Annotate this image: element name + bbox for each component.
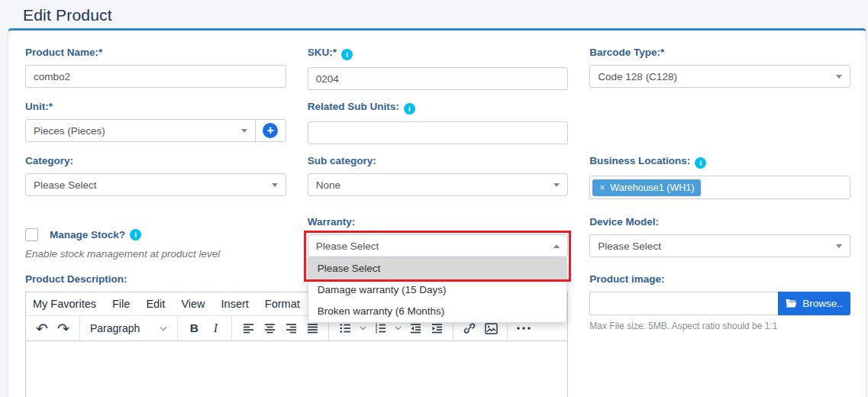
info-icon[interactable]: i [404,103,415,115]
sku-input[interactable] [308,67,569,90]
barcode-type-select[interactable]: Code 128 (C128) [589,65,850,88]
chevron-down-icon [272,183,278,187]
add-unit-button[interactable]: + [255,120,286,141]
editor-content-area[interactable] [26,341,567,397]
menu-format[interactable]: Format [265,298,300,310]
chevron-down-icon [836,75,842,79]
warranty-dropdown-menu: Please Select Damage warranty (15 Days) … [308,257,568,323]
bold-icon[interactable]: B [185,319,203,337]
unit-select[interactable]: Pieces (Pieces) [26,120,255,141]
edit-product-card: Product Name:* SKU:*i Barcode Type:* Cod… [8,28,866,397]
align-right-icon[interactable] [282,319,300,337]
location-tag-label: Warehouse1 (WH1) [610,182,694,193]
device-model-value: Please Select [598,240,661,252]
paragraph-style-value: Paragraph [90,322,140,334]
sub-category-label: Sub category: [308,155,569,166]
chevron-down-icon [553,183,560,187]
device-model-select[interactable]: Please Select [589,234,850,257]
chevron-up-icon [553,244,560,248]
product-name-label: Product Name:* [25,47,286,58]
business-locations-label: Business Locations: [589,155,690,166]
menu-file[interactable]: File [112,298,130,310]
product-image-file-input[interactable] [589,292,778,315]
redo-icon[interactable]: ↷ [54,319,73,337]
warranty-select[interactable]: Please Select [308,234,569,257]
category-select[interactable]: Please Select [25,173,286,196]
sku-field: SKU:*i [308,47,569,90]
barcode-type-label: Barcode Type:* [589,47,850,58]
category-value: Please Select [34,179,97,191]
page-title: Edit Product [0,0,868,24]
product-image-field: Product image: Browse.. Max File size: 5… [589,273,850,397]
related-sub-units-label: Related Sub Units: [308,101,399,112]
remove-tag-icon[interactable]: × [599,182,605,193]
location-tag: × Warehouse1 (WH1) [592,179,701,196]
unit-label: Unit:* [25,101,286,112]
product-name-input-text[interactable] [34,71,278,82]
device-model-field: Device Model: Please Select [589,216,850,260]
align-left-icon[interactable] [239,319,257,337]
sub-category-select[interactable]: None [308,173,569,196]
product-image-help: Max File size: 5MB. Aspect ratio should … [589,321,850,331]
sku-input-text[interactable] [316,73,560,85]
info-icon[interactable]: i [695,157,706,169]
warranty-option-damage[interactable]: Damage warranty (15 Days) [308,279,567,301]
folder-open-icon [786,299,797,308]
sku-label: SKU:* [308,47,337,58]
product-name-input[interactable] [25,65,286,88]
italic-icon[interactable]: I [206,319,224,337]
manage-stock-field: Manage Stock? i Enable stock management … [25,216,286,260]
barcode-type-field: Barcode Type:* Code 128 (C128) [589,47,850,90]
related-sub-units-field: Related Sub Units:i [308,101,569,144]
product-image-label: Product image: [589,273,850,285]
chevron-down-icon [836,244,842,248]
menu-insert[interactable]: Insert [221,298,249,310]
plus-icon: + [263,123,278,138]
related-sub-units-input[interactable] [308,121,569,144]
manage-stock-label: Manage Stock? [50,229,125,240]
unit-value: Pieces (Pieces) [34,125,105,137]
menu-view[interactable]: View [181,298,205,310]
manage-stock-help: Enable stock management at product level [25,248,286,260]
sub-category-field: Sub category: None [308,155,569,199]
chevron-down-icon [160,326,167,331]
align-center-icon[interactable] [260,319,279,337]
undo-icon[interactable]: ↶ [33,319,51,337]
unit-field: Unit:* Pieces (Pieces) + [25,101,286,144]
info-icon[interactable]: i [130,229,141,240]
product-name-field: Product Name:* [25,47,286,90]
warranty-field: Warranty: Please Select Please Select Da… [308,216,569,260]
warranty-option-please-select[interactable]: Please Select [308,258,567,279]
spacer [589,101,850,144]
browse-button-label: Browse.. [802,298,843,309]
device-model-label: Device Model: [589,216,850,228]
info-icon[interactable]: i [341,49,353,60]
menu-edit[interactable]: Edit [146,298,165,310]
business-locations-field: Business Locations:i × Warehouse1 (WH1) [589,155,850,199]
browse-button[interactable]: Browse.. [778,292,850,315]
sub-category-value: None [316,179,340,191]
warranty-value: Please Select [316,240,379,252]
manage-stock-checkbox[interactable] [25,228,38,241]
menu-my-favorites[interactable]: My Favorites [33,298,96,310]
category-label: Category: [25,155,286,166]
chevron-down-icon [241,129,247,133]
paragraph-style-dropdown[interactable]: Paragraph [86,322,172,334]
category-field: Category: Please Select [25,155,286,199]
warranty-option-broken[interactable]: Broken warranty (6 Months) [308,301,567,322]
related-sub-units-input-text[interactable] [316,127,560,139]
business-locations-multiselect[interactable]: × Warehouse1 (WH1) [589,176,850,199]
barcode-type-value: Code 128 (C128) [598,71,677,82]
warranty-label: Warranty: [308,216,569,228]
